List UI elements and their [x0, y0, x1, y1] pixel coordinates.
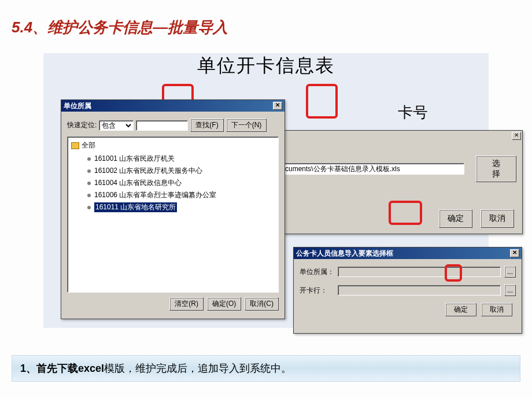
- bank-row: 开卡行： ...: [300, 285, 516, 296]
- unit-row: 单位所属： ...: [300, 266, 516, 278]
- highlight-box-ok: [389, 201, 422, 225]
- unit-browse-button[interactable]: ...: [504, 266, 516, 278]
- element-select-body: 单位所属： ... 开卡行： ... 确定 取消: [294, 259, 522, 320]
- unit-picker-title: 单位所属: [64, 101, 91, 111]
- tree-item-label: 161006 山东省革命烈士事迹编纂办公室: [94, 190, 216, 200]
- file-path-input[interactable]: [282, 163, 464, 175]
- content-title: 单位开卡信息表: [43, 53, 489, 79]
- unit-picker-buttons: 清空(R) 确定(O) 取消(C): [61, 293, 285, 315]
- element-select-dialog: 公务卡人员信息导入要素选择框 ✕ 单位所属： ... 开卡行： ... 确定 取…: [293, 247, 522, 334]
- unit-picker-titlebar[interactable]: 单位所属 ✕: [61, 100, 285, 112]
- tree-item-label: 161004 山东省民政信息中心: [94, 178, 182, 188]
- unit-field[interactable]: [338, 267, 501, 277]
- footer-prefix: 1、首先下载: [20, 363, 78, 374]
- ok-button[interactable]: 确定: [445, 303, 476, 316]
- unit-tree[interactable]: 全部 161001 山东省民政厅机关161002 山东省民政厅机关服务中心161…: [67, 136, 279, 293]
- element-select-buttons: 确定 取消: [300, 303, 516, 316]
- close-icon[interactable]: ✕: [510, 249, 519, 257]
- tree-item-label: 161011 山东省地名研究所: [94, 202, 177, 212]
- cancel-button[interactable]: 取消: [481, 303, 512, 316]
- unit-label: 单位所属：: [300, 267, 334, 277]
- file-path-row: 选择: [282, 156, 516, 182]
- card-number-label: 卡号: [398, 102, 428, 123]
- tree-item[interactable]: 161002 山东省民政厅机关服务中心: [71, 165, 275, 177]
- tree-root-label: 全部: [82, 141, 95, 150]
- ok-button[interactable]: 确定: [439, 209, 472, 228]
- tree-item[interactable]: 161011 山东省地名研究所: [71, 201, 275, 213]
- unit-picker-search-row: 快速定位: 包含 查找(F) 下一个(N): [61, 112, 285, 136]
- search-label: 快速定位:: [67, 120, 97, 130]
- cancel-button[interactable]: 取消(C): [245, 297, 279, 311]
- clear-button[interactable]: 清空(R): [169, 297, 204, 311]
- footer-suffix: 模版，维护完成后，追加导入到系统中。: [104, 363, 291, 374]
- slide-title: 5.4、维护公务卡信息—批量导入: [12, 17, 228, 38]
- search-mode-select[interactable]: 包含: [99, 120, 134, 131]
- next-button[interactable]: 下一个(N): [226, 119, 267, 132]
- unit-picker-dialog: 单位所属 ✕ 快速定位: 包含 查找(F) 下一个(N) 全部 161001 山…: [61, 99, 285, 319]
- highlight-box-2: [306, 84, 338, 119]
- bank-field[interactable]: [338, 285, 501, 295]
- bullet-icon: [87, 206, 91, 209]
- ok-button[interactable]: 确定(O): [207, 297, 241, 311]
- element-select-titlebar[interactable]: 公务卡人员信息导入要素选择框 ✕: [294, 247, 522, 259]
- bank-label: 开卡行：: [300, 286, 334, 295]
- content-area: 单位开卡信息表 卡号 单位所属 ✕ 快速定位: 包含 查找(F) 下一个(N) …: [43, 53, 489, 328]
- footer-note: 1、首先下载excel模版，维护完成后，追加导入到系统中。: [12, 355, 520, 382]
- find-button[interactable]: 查找(F): [190, 119, 223, 132]
- element-select-title: 公务卡人员信息导入要素选择框: [296, 249, 393, 258]
- bullet-icon: [87, 169, 91, 173]
- tree-item[interactable]: 161001 山东省民政厅机关: [71, 153, 275, 165]
- tree-item-label: 161001 山东省民政厅机关: [94, 154, 175, 164]
- bullet-icon: [87, 182, 91, 185]
- search-input[interactable]: [136, 120, 188, 131]
- bullet-icon: [87, 194, 91, 197]
- close-icon[interactable]: ✕: [273, 102, 282, 110]
- highlight-box-ellipsis: [445, 264, 462, 282]
- bank-browse-button[interactable]: ...: [504, 285, 516, 296]
- folder-icon: [71, 142, 79, 149]
- tree-item[interactable]: 161006 山东省革命烈士事迹编纂办公室: [71, 189, 275, 201]
- cancel-button[interactable]: 取消: [481, 209, 514, 228]
- choose-file-button[interactable]: 选择: [476, 156, 516, 182]
- bullet-icon: [87, 157, 91, 161]
- tree-root[interactable]: 全部: [71, 141, 275, 150]
- tree-item-label: 161002 山东省民政厅机关服务中心: [94, 166, 202, 176]
- footer-bold: excel: [78, 363, 104, 374]
- tree-item[interactable]: 161004 山东省民政信息中心: [71, 177, 275, 189]
- close-icon[interactable]: ✕: [512, 132, 521, 140]
- file-dialog-buttons: 确定 取消: [439, 209, 514, 228]
